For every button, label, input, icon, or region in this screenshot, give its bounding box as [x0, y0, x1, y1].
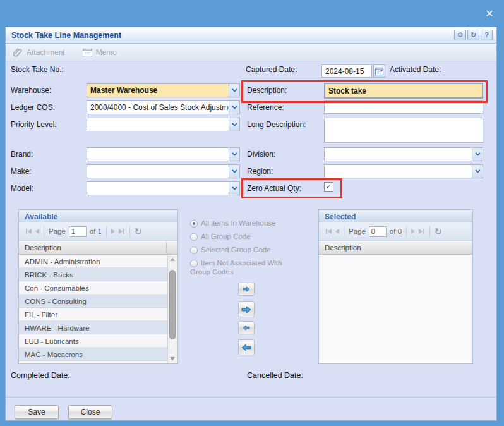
arrow-right-icon [243, 286, 250, 292]
zero-actual-qty-checkbox[interactable]: ✓ [324, 182, 333, 192]
long-description-textarea[interactable] [324, 118, 483, 143]
move-all-right-button[interactable] [238, 301, 255, 317]
ledger-cos-dropdown-trigger[interactable] [229, 101, 239, 114]
page-next-button[interactable] [411, 229, 415, 234]
available-row[interactable]: ADMIN - Administration [19, 255, 167, 268]
page-prev-button[interactable] [335, 229, 339, 234]
arrow-left-large-icon [241, 344, 251, 351]
check-icon: ✓ [325, 182, 332, 191]
available-row[interactable]: MAC - Macacrons [19, 348, 167, 361]
radio-item-not-associated-with-group-codes[interactable]: Item Not Associated With Group Codes [190, 259, 304, 276]
scroll-up-icon[interactable] [170, 257, 175, 261]
region-combo[interactable] [324, 164, 483, 178]
selected-grid-panel: Selected Page of 0 ↻ Description [318, 209, 473, 364]
stock-take-line-management-dialog: Stock Take Line Management ⚙ ↻ ? Attachm… [5, 27, 497, 421]
parent-window-background: ✕ Stock Take Line Management ⚙ ↻ ? Attac… [0, 0, 504, 426]
model-label: Model: [11, 184, 33, 193]
division-dropdown-trigger[interactable] [472, 148, 483, 161]
refresh-button[interactable]: ↻ [467, 30, 479, 40]
radio-label: Item Not Associated With Group Codes [190, 259, 282, 276]
brand-dropdown-trigger[interactable] [229, 148, 239, 161]
grid-refresh-icon[interactable]: ↻ [435, 226, 442, 236]
description-label: Description: [247, 86, 287, 95]
model-dropdown-trigger[interactable] [229, 182, 239, 195]
make-combo[interactable] [87, 164, 240, 178]
chevron-down-icon [475, 169, 481, 173]
close-icon[interactable]: ✕ [481, 6, 498, 21]
long-description-label: Long Description: [247, 120, 306, 129]
model-combo[interactable] [87, 181, 240, 195]
completed-date-label: Completed Date: [11, 371, 70, 380]
make-dropdown-trigger[interactable] [229, 165, 239, 178]
move-selected-left-button[interactable] [238, 321, 255, 334]
reference-input[interactable] [324, 100, 483, 114]
zero-actual-qty-label: Zero Actual Qty: [247, 184, 301, 193]
cancelled-date-label: Cancelled Date: [247, 371, 303, 380]
radio-icon [190, 246, 198, 254]
captured-date-input[interactable] [321, 64, 372, 78]
selected-column-header[interactable]: Description [319, 241, 472, 255]
region-dropdown-trigger[interactable] [472, 165, 483, 178]
gear-icon: ⚙ [457, 32, 464, 39]
dialog-title: Stock Take Line Management [11, 31, 121, 40]
make-label: Make: [11, 167, 32, 176]
available-row[interactable]: FIL - Filter [19, 308, 167, 321]
priority-level-combo[interactable] [87, 118, 240, 131]
ledger-cos-combo[interactable]: 2000/4000 - Cost of Sales Stock Adjustme [87, 100, 240, 114]
item-selection-mode-group: All Items In Warehouse All Group Code Se… [190, 219, 304, 281]
page-first-button[interactable] [325, 229, 332, 234]
memo-button[interactable]: Memo [83, 48, 117, 57]
page-last-button[interactable] [119, 229, 125, 234]
page-number-input[interactable] [69, 226, 87, 237]
radio-icon [190, 233, 198, 241]
brand-combo[interactable] [87, 147, 240, 161]
page-of-label: of 0 [390, 228, 402, 235]
help-button[interactable]: ? [481, 30, 493, 40]
grid-refresh-icon[interactable]: ↻ [135, 226, 142, 236]
selected-panel-header: Selected [319, 210, 472, 222]
priority-dropdown-trigger[interactable] [229, 118, 239, 131]
page-number-input[interactable] [369, 226, 387, 237]
available-scrollbar[interactable] [167, 255, 177, 363]
arrow-right-large-icon [241, 306, 251, 313]
radio-all-group-code[interactable]: All Group Code [190, 232, 304, 241]
page-last-button[interactable] [419, 229, 425, 234]
move-all-left-button[interactable] [238, 339, 255, 355]
save-button[interactable]: Save [15, 405, 59, 419]
scroll-down-icon[interactable] [170, 357, 175, 361]
close-button[interactable]: Close [68, 405, 112, 419]
chevron-down-icon [475, 152, 481, 156]
available-row[interactable]: LUB - Lubricants [19, 334, 167, 348]
radio-label: All Items In Warehouse [201, 219, 275, 227]
warehouse-dropdown-trigger[interactable] [229, 84, 239, 97]
page-prev-button[interactable] [35, 229, 39, 234]
available-column-header[interactable]: Description [19, 241, 177, 255]
page-next-button[interactable] [111, 229, 115, 234]
page-first-button[interactable] [25, 229, 32, 234]
move-selected-right-button[interactable] [238, 283, 255, 296]
available-row[interactable]: BRICK - Bricks [19, 268, 167, 281]
attachment-button[interactable]: Attachment [13, 47, 65, 58]
print-button[interactable]: ⚙ [454, 30, 466, 40]
selected-paging-toolbar: Page of 0 ↻ [319, 222, 472, 241]
warehouse-value: Master Warehouse [87, 84, 229, 97]
division-label: Division: [247, 150, 275, 159]
scrollbar-thumb[interactable] [169, 270, 176, 339]
radio-all-items-in-warehouse[interactable]: All Items In Warehouse [190, 219, 304, 228]
division-combo[interactable] [324, 147, 483, 161]
description-input[interactable] [324, 83, 483, 99]
ledger-cos-value: 2000/4000 - Cost of Sales Stock Adjustme [87, 101, 229, 114]
available-row[interactable]: HWARE - Hardware [19, 321, 167, 334]
available-row[interactable]: CONS - Consulting [19, 295, 167, 308]
chevron-down-icon [232, 88, 237, 92]
warehouse-combo[interactable]: Master Warehouse [87, 83, 240, 97]
priority-level-value [87, 118, 229, 131]
memo-icon [83, 48, 92, 56]
radio-label: All Group Code [201, 233, 251, 240]
stock-take-no-label: Stock Take No.: [11, 65, 64, 74]
arrow-left-icon [243, 325, 250, 331]
radio-label: Selected Group Code [201, 246, 271, 253]
date-picker-button[interactable] [373, 64, 385, 78]
available-row[interactable]: Con - Consumables [19, 281, 167, 295]
radio-selected-group-code[interactable]: Selected Group Code [190, 245, 304, 254]
